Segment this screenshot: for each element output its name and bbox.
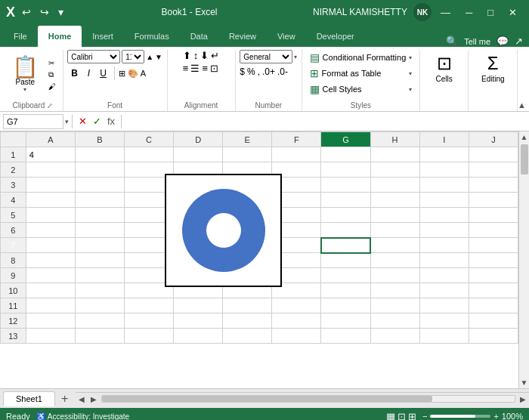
- col-header-G[interactable]: G: [321, 132, 370, 147]
- tell-me-label[interactable]: Tell me: [464, 37, 490, 46]
- normal-view-button[interactable]: ▦: [386, 411, 395, 421]
- scroll-up-arrow[interactable]: ▲: [519, 131, 529, 143]
- percent-button[interactable]: %: [247, 66, 255, 77]
- scroll-right-start-arrow[interactable]: ▶: [88, 394, 100, 405]
- cell-J12[interactable]: [469, 313, 518, 329]
- window-maximize-button[interactable]: □: [481, 5, 500, 20]
- zoom-out-button[interactable]: −: [422, 412, 427, 420]
- formula-input[interactable]: [125, 116, 526, 128]
- number-format-select[interactable]: General: [240, 50, 292, 63]
- cell-I12[interactable]: [419, 313, 469, 329]
- add-sheet-button[interactable]: +: [57, 393, 73, 405]
- paste-button[interactable]: 📋 Paste ▾: [8, 54, 43, 96]
- align-center-icon[interactable]: ☰: [190, 63, 200, 74]
- cut-button[interactable]: ✂: [46, 58, 58, 68]
- horizontal-scrollbar[interactable]: [101, 395, 515, 403]
- cell-A10[interactable]: [26, 283, 75, 298]
- cell-A5[interactable]: [26, 208, 75, 223]
- cell-B4[interactable]: [75, 193, 124, 208]
- conditional-formatting-arrow[interactable]: ▾: [409, 54, 412, 61]
- col-header-F[interactable]: F: [272, 132, 321, 147]
- cell-B5[interactable]: [75, 208, 124, 223]
- sheet-tab-sheet1[interactable]: Sheet1: [3, 391, 55, 406]
- font-color-button[interactable]: A: [141, 69, 146, 78]
- fill-color-button[interactable]: 🎨: [128, 69, 138, 79]
- page-layout-button[interactable]: ⊡: [398, 411, 406, 421]
- paste-dropdown-arrow[interactable]: ▾: [23, 86, 26, 93]
- scroll-right-arrow[interactable]: ▶: [517, 394, 529, 405]
- zoom-slider[interactable]: [430, 415, 490, 418]
- cell-I13[interactable]: [419, 329, 469, 344]
- cell-A13[interactable]: [26, 329, 75, 344]
- decimal-increase-button[interactable]: .0+: [262, 66, 275, 77]
- cell-H6[interactable]: [370, 223, 419, 238]
- tab-insert[interactable]: Insert: [82, 26, 124, 47]
- cell-A7[interactable]: [26, 238, 75, 253]
- cell-H13[interactable]: [370, 329, 419, 344]
- merge-cells-icon[interactable]: ⊡: [210, 63, 218, 74]
- cell-D11[interactable]: [174, 298, 223, 313]
- cell-H3[interactable]: [370, 178, 419, 193]
- decimal-decrease-button[interactable]: .0-: [277, 66, 288, 77]
- align-left-icon[interactable]: ≡: [183, 63, 189, 74]
- align-top-icon[interactable]: ⬆: [183, 50, 191, 61]
- cell-B13[interactable]: [75, 329, 124, 344]
- cell-H5[interactable]: [370, 208, 419, 223]
- cell-E11[interactable]: [223, 298, 272, 313]
- drawing-object[interactable]: [165, 174, 282, 287]
- tab-view[interactable]: View: [267, 26, 306, 47]
- cell-I7[interactable]: [419, 238, 469, 253]
- cell-C11[interactable]: [124, 298, 173, 313]
- cell-G8[interactable]: [321, 253, 370, 268]
- col-header-B[interactable]: B: [75, 132, 124, 147]
- cell-B8[interactable]: [75, 253, 124, 268]
- col-header-D[interactable]: D: [174, 132, 223, 147]
- cell-B11[interactable]: [75, 298, 124, 313]
- cell-I8[interactable]: [419, 253, 469, 268]
- cell-B2[interactable]: [75, 162, 124, 178]
- cell-J13[interactable]: [469, 329, 518, 344]
- copy-button[interactable]: ⧉: [46, 69, 58, 80]
- cell-I5[interactable]: [419, 208, 469, 223]
- cell-I3[interactable]: [419, 178, 469, 193]
- cell-I9[interactable]: [419, 268, 469, 283]
- cell-styles-button[interactable]: ▦ Cell Styles ▾: [307, 82, 416, 97]
- tab-data[interactable]: Data: [180, 26, 218, 47]
- name-box-arrow[interactable]: ▾: [65, 118, 69, 125]
- cell-J10[interactable]: [469, 283, 518, 298]
- cell-I2[interactable]: [419, 162, 469, 178]
- cell-J3[interactable]: [469, 178, 518, 193]
- format-painter-button[interactable]: 🖌: [46, 82, 58, 91]
- cell-G12[interactable]: [321, 313, 370, 329]
- cell-A4[interactable]: [26, 193, 75, 208]
- cell-I11[interactable]: [419, 298, 469, 313]
- cell-E12[interactable]: [223, 313, 272, 329]
- cell-A8[interactable]: [26, 253, 75, 268]
- cell-J11[interactable]: [469, 298, 518, 313]
- cell-A1[interactable]: 4: [26, 147, 75, 162]
- cell-C1[interactable]: [124, 147, 173, 162]
- cell-G3[interactable]: [321, 178, 370, 193]
- font-size-select[interactable]: 11: [122, 50, 144, 63]
- font-size-down-icon[interactable]: ▼: [155, 53, 162, 61]
- cell-D13[interactable]: [174, 329, 223, 344]
- align-middle-icon[interactable]: ↕: [193, 50, 199, 61]
- align-bottom-icon[interactable]: ⬇: [200, 50, 209, 61]
- cell-G13[interactable]: [321, 329, 370, 344]
- cells-button[interactable]: ⊡ Cells: [425, 50, 464, 86]
- cell-B12[interactable]: [75, 313, 124, 329]
- tab-developer[interactable]: Developer: [306, 26, 365, 47]
- cell-G5[interactable]: [321, 208, 370, 223]
- col-header-A[interactable]: A: [26, 132, 75, 147]
- format-as-table-arrow[interactable]: ▾: [409, 70, 412, 77]
- tab-formulas[interactable]: Formulas: [124, 26, 180, 47]
- cell-J6[interactable]: [469, 223, 518, 238]
- cell-A12[interactable]: [26, 313, 75, 329]
- cell-H7[interactable]: [370, 238, 419, 253]
- cell-H9[interactable]: [370, 268, 419, 283]
- cell-B6[interactable]: [75, 223, 124, 238]
- currency-button[interactable]: $: [240, 66, 245, 77]
- cell-B3[interactable]: [75, 178, 124, 193]
- scroll-thumb[interactable]: [521, 144, 528, 174]
- cell-H11[interactable]: [370, 298, 419, 313]
